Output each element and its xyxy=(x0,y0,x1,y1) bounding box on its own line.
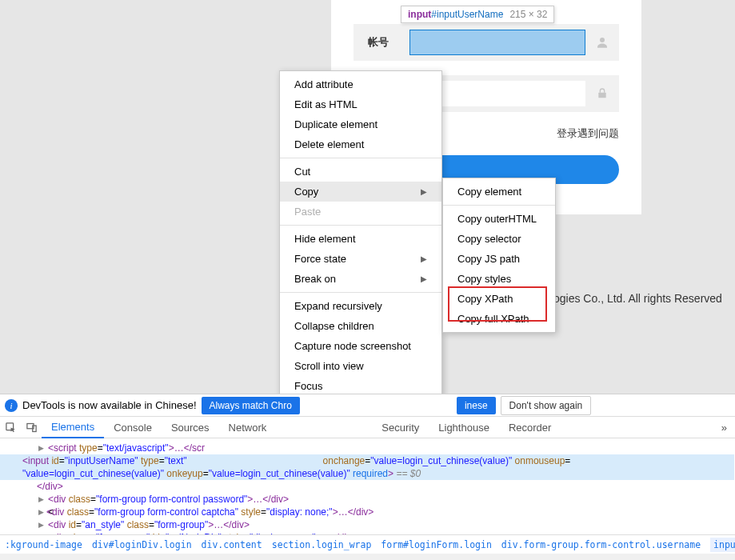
devtools-banner: i DevTools is now available in Chinese! … xyxy=(0,394,735,416)
ctx-item-force-state[interactable]: Force state▶ xyxy=(280,249,441,269)
svg-rect-1 xyxy=(598,93,605,98)
tooltip-id: #inputUserName xyxy=(431,9,503,20)
elements-panel[interactable]: ▶<script type="text/javascript">…</scr <… xyxy=(0,438,735,534)
ctx-item-copy-xpath[interactable]: Copy XPath xyxy=(443,289,555,309)
menu-separator xyxy=(280,292,441,293)
info-icon: i xyxy=(5,399,18,412)
ctx-item-delete-element[interactable]: Delete element xyxy=(280,134,441,154)
ctx-item-edit-as-html[interactable]: Edit as HTML xyxy=(280,94,441,114)
ctx-item-add-attribute[interactable]: Add attribute xyxy=(280,74,441,94)
tab-network[interactable]: Network xyxy=(219,416,277,438)
ctx-item-capture-node-screenshot[interactable]: Capture node screenshot xyxy=(280,336,441,356)
ctx-item-scroll-into-view[interactable]: Scroll into view xyxy=(280,356,441,376)
elements-breadcrumb[interactable]: :kground-imagediv#loginDiv.logindiv.cont… xyxy=(0,534,735,554)
crumb-item[interactable]: form#loginForm.login xyxy=(381,539,491,550)
element-tooltip: input#inputUserName215 × 32 xyxy=(401,6,554,23)
ctx-item-copy-full-xpath[interactable]: Copy full XPath xyxy=(443,309,555,329)
ctx-item-break-on[interactable]: Break on▶ xyxy=(280,269,441,289)
ctx-item-copy-outerhtml[interactable]: Copy outerHTML xyxy=(443,209,555,229)
tab-security[interactable]: Security xyxy=(372,416,429,438)
ctx-item-copy-js-path[interactable]: Copy JS path xyxy=(443,249,555,269)
devtools-tabs: ElementsConsoleSourcesNetworkSecurityLig… xyxy=(0,416,735,438)
tab-lighthouse[interactable]: Lighthouse xyxy=(429,416,499,438)
inspect-icon[interactable] xyxy=(0,417,21,438)
ctx-item-collapse-children[interactable]: Collapse children xyxy=(280,316,441,336)
crumb-item[interactable]: section.login_wrap xyxy=(272,539,372,550)
menu-separator xyxy=(280,225,441,226)
tabs-overflow-icon[interactable]: » xyxy=(721,422,735,434)
copy-submenu[interactable]: Copy elementCopy outerHTMLCopy selectorC… xyxy=(442,178,556,333)
username-label: 帐号 xyxy=(354,35,409,50)
ctx-item-copy-styles[interactable]: Copy styles xyxy=(443,269,555,289)
device-toggle-icon[interactable] xyxy=(21,417,42,438)
svg-point-0 xyxy=(600,38,605,42)
crumb-item[interactable]: div.form-group.form-control.username xyxy=(501,539,701,550)
tab-elements[interactable]: Elements xyxy=(42,416,104,438)
crumb-item[interactable]: :kground-image xyxy=(5,539,82,550)
ctx-item-cut[interactable]: Cut xyxy=(280,162,441,182)
tooltip-tag: input xyxy=(408,9,431,20)
user-icon xyxy=(585,24,619,61)
ctx-item-copy-selector[interactable]: Copy selector xyxy=(443,229,555,249)
username-input[interactable] xyxy=(409,30,585,55)
menu-separator xyxy=(443,205,555,206)
dismiss-banner-button[interactable]: Don't show again xyxy=(501,396,592,415)
username-row: 帐号 xyxy=(354,24,619,61)
switch-language-button[interactable]: inese xyxy=(457,397,496,414)
tab-console[interactable]: Console xyxy=(104,416,162,438)
ctx-item-duplicate-element[interactable]: Duplicate element xyxy=(280,114,441,134)
ctx-item-expand-recursively[interactable]: Expand recursively xyxy=(280,296,441,316)
crumb-item[interactable]: div.content xyxy=(202,539,262,550)
chevron-right-icon: ▶ xyxy=(421,274,427,283)
crumb-item[interactable]: input#inputUserName xyxy=(710,538,735,552)
chevron-right-icon: ▶ xyxy=(421,187,427,196)
menu-separator xyxy=(280,158,441,158)
ctx-item-copy-element[interactable]: Copy element xyxy=(443,182,555,202)
ctx-item-paste: Paste xyxy=(280,202,441,222)
lock-icon xyxy=(585,75,619,112)
chevron-right-icon: ▶ xyxy=(421,254,427,263)
tab-recorder[interactable]: Recorder xyxy=(499,416,561,438)
tooltip-dimensions: 215 × 32 xyxy=(509,9,547,20)
crumb-item[interactable]: div#loginDiv.login xyxy=(92,539,192,550)
banner-text: DevTools is now available in Chinese! xyxy=(22,399,197,411)
tab-sources[interactable]: Sources xyxy=(162,416,219,438)
footer-copyright: ogies Co., Ltd. All rights Reserved xyxy=(553,292,722,305)
match-chrome-button[interactable]: Always match Chro xyxy=(202,397,300,414)
ctx-item-hide-element[interactable]: Hide element xyxy=(280,229,441,249)
ctx-item-copy[interactable]: Copy▶ xyxy=(280,182,441,202)
